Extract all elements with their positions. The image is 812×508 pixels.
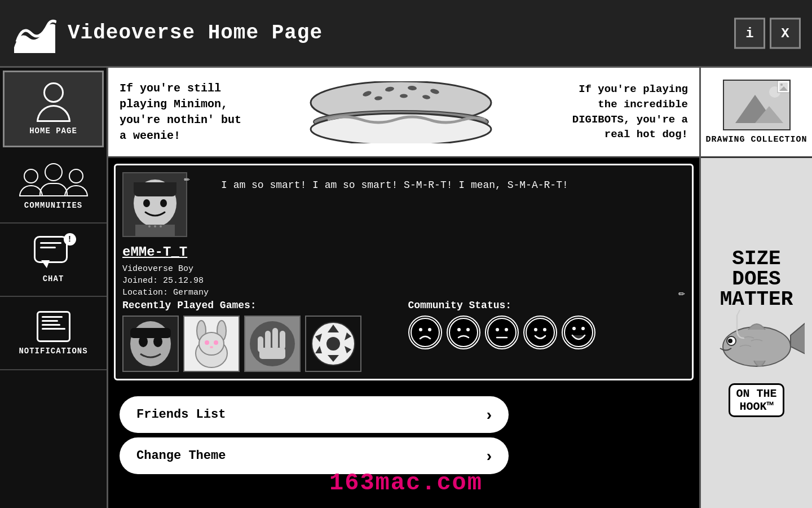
svg-point-15	[160, 199, 167, 207]
sidebar-item-communities[interactable]: COMMUNITIES	[0, 150, 107, 224]
bottom-actions: Friends List › Change Theme ›	[114, 387, 694, 483]
svg-point-76	[728, 339, 732, 343]
friends-list-arrow: ›	[487, 406, 492, 424]
content-area: If you're still playing Minimon, you're …	[108, 68, 699, 508]
svg-point-19	[160, 225, 162, 227]
change-theme-button[interactable]: Change Theme ›	[120, 437, 509, 474]
svg-point-51	[428, 328, 431, 331]
friends-list-button[interactable]: Friends List ›	[120, 396, 509, 433]
drawing-collection-button[interactable]: DRAWING COLLECTION	[701, 68, 812, 158]
close-button[interactable]: X	[770, 17, 801, 49]
sidebar-item-notifications[interactable]: NOTIFICATIONS	[0, 297, 107, 370]
svg-rect-24	[130, 328, 171, 338]
svg-point-31	[214, 340, 218, 345]
svg-point-53	[457, 328, 461, 331]
avatar	[122, 172, 187, 237]
svg-rect-39	[259, 348, 285, 359]
ad-hook-text: ON THEHOOK™	[729, 383, 784, 417]
profile-section: ✏	[108, 158, 699, 508]
change-theme-label: Change Theme	[136, 449, 226, 463]
svg-point-6	[400, 94, 408, 98]
communities-icon	[19, 163, 88, 196]
title-bar: Videoverse Home Page i X	[0, 0, 812, 68]
svg-point-57	[505, 328, 508, 331]
status-face-neutral[interactable]	[485, 316, 519, 349]
svg-point-32	[210, 346, 213, 348]
svg-point-48	[326, 337, 340, 351]
chat-icon: !	[34, 236, 73, 270]
games-grid	[122, 316, 400, 372]
profile-role: Videoverse Boy	[122, 264, 209, 274]
svg-rect-36	[272, 328, 278, 349]
status-face-very-sad[interactable]	[408, 316, 442, 349]
friends-list-label: Friends List	[136, 408, 226, 422]
sidebar-item-home-page[interactable]: HOME PAGE	[3, 71, 104, 147]
svg-point-29	[199, 332, 224, 355]
profile-left: ✏	[122, 172, 209, 300]
avatar-wrap: ✏	[122, 172, 190, 240]
svg-point-56	[496, 328, 499, 331]
profile-info: eMMе-T_T Videoverse Boy Joined: 25.12.98…	[122, 244, 209, 300]
profile-card-inner: ✏	[122, 172, 685, 300]
ad-fish-image	[709, 310, 805, 383]
banner-hotdog	[244, 81, 558, 143]
title-buttons: i X	[734, 17, 801, 49]
chat-notification-badge: !	[64, 233, 76, 246]
profile-joined: Joined: 25.12.98	[122, 276, 209, 286]
svg-line-77	[737, 310, 740, 316]
info-button[interactable]: i	[734, 17, 765, 49]
edit-bio-icon[interactable]: ✏	[678, 287, 685, 300]
profile-location: Location: Germany	[122, 288, 209, 297]
edit-avatar-icon[interactable]: ✏	[184, 172, 190, 185]
game-thumb-3[interactable]	[244, 316, 301, 372]
notifications-icon	[37, 311, 70, 342]
svg-point-61	[543, 328, 546, 331]
svg-point-62	[564, 318, 593, 347]
sidebar-item-chat[interactable]: ! CHAT	[0, 224, 107, 297]
svg-rect-13	[134, 182, 176, 188]
sidebar-label-chat: CHAT	[43, 274, 64, 283]
wave-logo-icon	[11, 14, 56, 53]
games-label: Recently Played Games:	[122, 300, 400, 311]
recently-played-games: Recently Played Games:	[122, 300, 400, 372]
status-face-happy[interactable]	[523, 316, 557, 349]
svg-point-71	[780, 84, 783, 86]
profile-card: ✏	[114, 164, 694, 380]
right-sidebar: DRAWING COLLECTION SIZEDOESMATTER	[699, 68, 812, 508]
svg-point-14	[143, 199, 150, 207]
game-thumb-2[interactable]	[183, 316, 240, 372]
sidebar: HOME PAGE	[0, 68, 108, 508]
svg-point-49	[411, 318, 439, 347]
game-thumb-4[interactable]	[305, 316, 361, 372]
games-status-section: Recently Played Games:	[122, 300, 685, 372]
svg-point-50	[419, 328, 422, 331]
svg-point-18	[154, 225, 156, 227]
banner-left-text: If you're still playing Minimon, you're …	[120, 81, 244, 144]
ad-size-text: SIZEDOESMATTER	[720, 249, 793, 310]
game-thumb-1[interactable]	[122, 316, 179, 372]
svg-marker-74	[791, 321, 805, 355]
sidebar-label-communities: COMMUNITIES	[24, 201, 82, 210]
status-face-very-happy[interactable]	[562, 316, 595, 349]
svg-point-55	[488, 318, 516, 347]
change-theme-arrow: ›	[487, 447, 492, 465]
svg-rect-35	[265, 331, 271, 351]
svg-point-60	[534, 328, 537, 331]
bio-section: I am so smart! I am so smart! S-M-R-T! I…	[215, 172, 685, 300]
home-icon	[37, 82, 70, 122]
svg-point-59	[526, 318, 554, 347]
svg-point-54	[466, 328, 470, 331]
svg-point-63	[572, 327, 576, 330]
svg-point-30	[205, 340, 209, 345]
sidebar-label-home: HOME PAGE	[29, 126, 77, 135]
status-face-sad[interactable]	[447, 316, 480, 349]
sidebar-label-notifications: NOTIFICATIONS	[19, 347, 87, 356]
ad-banner: SIZEDOESMATTER	[701, 158, 812, 508]
banner: If you're still playing Minimon, you're …	[108, 68, 699, 158]
svg-point-64	[581, 327, 585, 330]
avatar-image	[124, 174, 186, 236]
community-status-section: Community Status:	[408, 300, 686, 349]
main-layout: HOME PAGE	[0, 68, 812, 508]
svg-point-52	[449, 318, 478, 347]
banner-right-text: If you're playing the incredible DIGIBOT…	[558, 82, 688, 142]
